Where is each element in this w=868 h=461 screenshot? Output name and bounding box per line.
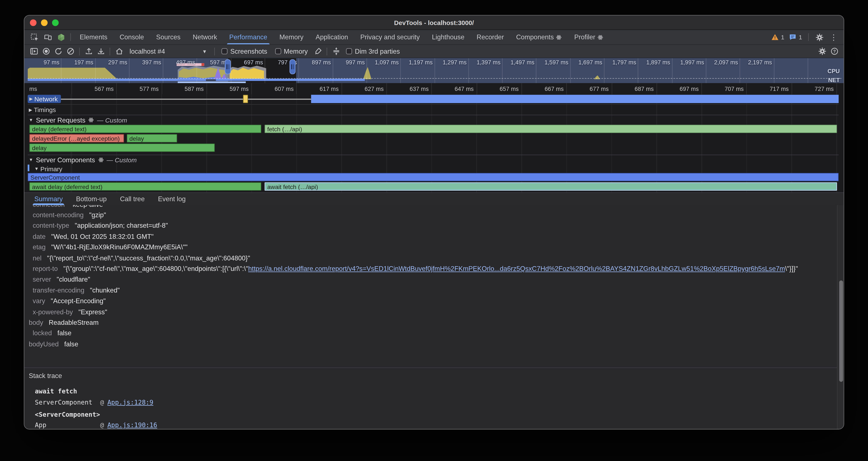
screenshots-label: Screenshots [230,48,267,55]
ruler-tick-label: 577 ms [140,85,159,92]
memory-checkbox[interactable]: Memory [275,48,308,55]
track-header-server-components[interactable]: ▼ Server Components — Custom [28,154,839,165]
overview-tick-label: 1,997 ms [680,59,704,65]
stack-trace-title: Stack trace [24,372,844,380]
collapse-sections-icon[interactable] [330,46,342,57]
tab-label: Components [516,33,554,41]
tab-elements[interactable]: Elements [74,30,114,44]
tab-recorder[interactable]: Recorder [470,30,510,44]
tab-profiler[interactable]: Profiler [568,30,610,44]
clear-icon[interactable] [64,46,76,57]
selection-handle-left[interactable] [225,59,231,74]
cpu-activity-block [28,67,118,79]
timeline-event-label: delay (deferred text) [30,125,87,132]
inspect-element-icon[interactable] [28,30,41,44]
chevron-right-icon: ▶ [29,96,33,102]
bottom-pane-tabs: SummaryBottom-upCall treeEvent log [24,192,844,205]
report-endpoint-link[interactable]: https://a.nel.cloudflare.com/report/v4?s… [248,265,785,272]
tab-label: Application [316,33,348,41]
collect-garbage-brush-icon[interactable] [312,46,324,57]
reload-record-icon[interactable] [52,46,64,57]
settings-gear-icon[interactable] [813,33,826,41]
zoom-button[interactable] [52,19,59,26]
server-components-group-row[interactable]: ▼ Primary [28,165,839,173]
timeline-event-delayederror-ayed-exception[interactable]: delayedError (…ayed exception) [29,134,124,142]
issues-message-icon[interactable] [788,33,798,41]
timeline-event-delay[interactable]: delay [29,143,215,152]
timeline-event-fetch-api[interactable]: fetch (…/api) [265,125,837,133]
network-request-bar[interactable] [311,95,839,103]
tab-application[interactable]: Application [309,30,354,44]
checkbox-box[interactable] [275,48,281,54]
stack-frame-function: ServerComponent [35,398,100,406]
tab-console[interactable]: Console [114,30,150,44]
summary-property-row: bodyReadableStream [29,317,844,328]
tab-bottom-up[interactable]: Bottom-up [69,193,114,205]
checkbox-box[interactable] [221,48,228,54]
network-track[interactable]: ▶ Network [28,94,839,104]
help-icon[interactable]: ? [828,46,840,57]
timeline-event-await-delay-deferred-text[interactable]: await delay (deferred text) [29,182,261,191]
tab-summary[interactable]: Summary [28,193,69,205]
tab-event-log[interactable]: Event log [151,193,192,205]
record-icon[interactable] [40,46,52,57]
summary-property-row: vary"Accept-Encoding" [33,296,844,307]
tab-memory[interactable]: Memory [273,30,309,44]
property-key: body [29,319,43,326]
timeline-overview[interactable]: 97 ms197 ms297 ms397 ms497 ms597 ms697 m… [24,58,844,83]
tab-sources[interactable]: Sources [150,30,187,44]
tab-lighthouse[interactable]: Lighthouse [426,30,470,44]
tab-performance[interactable]: Performance [223,30,273,44]
toggle-sidebar-icon[interactable] [28,46,40,57]
overview-tick-label: 1,697 ms [578,59,602,65]
stack-frame-location-link[interactable]: App.js:128:9 [107,398,153,406]
scrollbar-thumb[interactable] [839,280,843,382]
timeline-event-servercomponent[interactable]: ServerComponent [28,173,839,181]
ruler-tick-label: 697 ms [680,85,699,92]
history-select[interactable]: localhost #4 ▼ [126,47,210,56]
ruler-tick: 707 ms [702,83,747,94]
warning-icon[interactable] [770,33,780,41]
tab-privacy-and-security[interactable]: Privacy and security [354,30,426,44]
dim-3rd-parties-checkbox[interactable]: Dim 3rd parties [346,48,400,55]
device-toolbar-icon[interactable] [41,30,54,44]
checkbox-box[interactable] [346,48,352,54]
tab-call-tree[interactable]: Call tree [114,193,151,205]
track-header-network[interactable]: ▶ Network [28,95,61,103]
selection-handle-right[interactable] [290,59,296,74]
server-requests-annotation: — Custom [97,117,127,123]
stack-frame-location-link[interactable]: App.js:190:16 [107,422,157,429]
tab-network[interactable]: Network [187,30,223,44]
chevron-down-icon: ▼ [202,49,207,54]
timeline-event-await-fetch-api[interactable]: await fetch (…/api) [265,182,837,191]
overview-tick-label: 1,797 ms [612,59,636,65]
ruler-tick: 717 ms [747,83,792,94]
more-options-kebab-icon[interactable]: ⋮ [827,33,840,41]
node-icon[interactable] [54,30,67,44]
overview-tick-label: 97 ms [43,59,59,65]
timeline-event-delay-deferred-text[interactable]: delay (deferred text) [29,125,261,133]
cpu-spike-mid [363,67,371,79]
divider [214,48,215,55]
timeline-event-delay[interactable]: delay [127,134,177,142]
tab-bar-right: 1 1 ⋮ [770,30,844,44]
network-request-queued-bar[interactable] [243,95,248,103]
screenshots-checkbox[interactable]: Screenshots [221,48,267,55]
close-button[interactable] [30,19,36,26]
upload-profile-icon[interactable] [83,46,95,57]
timings-track[interactable]: ▶ Timings [28,104,839,115]
download-profile-icon[interactable] [95,46,107,57]
stack-frame-text: await fetch [35,387,77,395]
warning-count: 1 [781,34,784,40]
home-icon[interactable] [113,46,125,57]
net-bar-secondary [178,81,246,83]
ruler-tick-label: 617 ms [319,85,339,92]
scrollbar-track[interactable] [837,205,844,430]
track-header-server-requests[interactable]: ▼ Server Requests — Custom [28,115,839,125]
react-atom-icon [98,157,104,163]
minimize-button[interactable] [41,19,48,26]
panel-settings-gear-icon[interactable] [816,46,828,57]
tab-components[interactable]: Components [510,30,568,44]
timeline-event-label: delay [127,135,144,142]
ruler-tick: ms [28,83,72,94]
